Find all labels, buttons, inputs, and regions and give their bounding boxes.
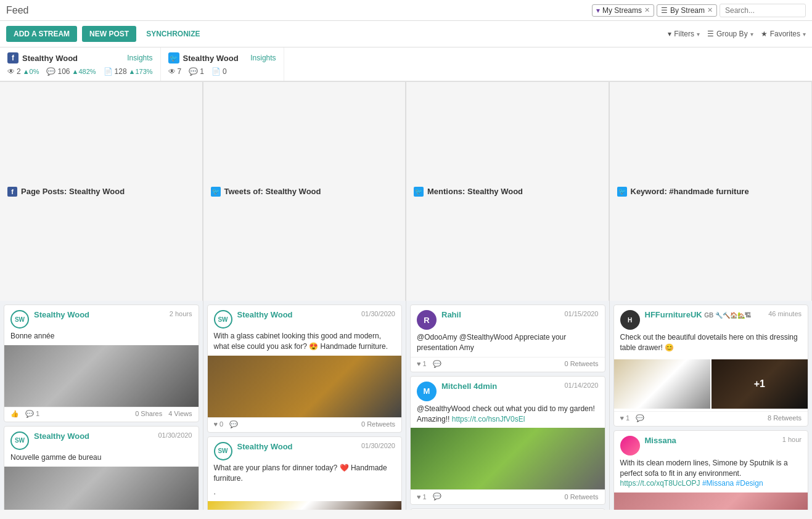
stats-fb-metrics: 👁 2 ▲0% 💬 106 ▲482% 📄 128 ▲173%: [7, 67, 153, 76]
post-body: Bonne année: [4, 331, 199, 345]
post-date: 1 hour: [782, 436, 802, 445]
stats-card-header-fb: f Stealthy Wood Insights: [7, 52, 153, 63]
tw-comment-icon: 💬: [189, 67, 198, 76]
post-info: Missana 1 hour: [645, 436, 802, 445]
share-count: 0 Shares: [135, 410, 162, 417]
tw-eye-icon: 👁: [168, 67, 176, 76]
new-post-button[interactable]: NEW POST: [82, 26, 136, 42]
feed-col-tw-tweets[interactable]: SW Stealthy Wood 01/30/2020 With a glass…: [203, 301, 406, 510]
post-body: With its clean modern lines, Simone by S…: [614, 458, 808, 492]
like-button[interactable]: ♥ 1: [417, 493, 427, 501]
post-footer: ♥ 1 💬 8 Retweets: [614, 411, 808, 426]
post-card: SW Stealthy Wood 01/30/2020 With a glass…: [207, 304, 403, 433]
post-link[interactable]: https://t.co/xqT8UcLOPJ: [620, 479, 700, 488]
filter-icon: ▾: [596, 6, 600, 15]
post-author[interactable]: Stealthy Wood: [237, 310, 293, 319]
post-body: Nouvelle gamme de bureau: [4, 452, 199, 467]
group-by-arrow-icon: ▾: [750, 31, 753, 38]
post-author[interactable]: Mitchell 4dmin: [441, 382, 497, 391]
avatar: SW: [10, 310, 29, 329]
feed-col-tw-mentions[interactable]: R Rahil 01/15/2020 @OdooAmy @StealthyWoo…: [406, 301, 609, 510]
by-stream-chip[interactable]: ☰ By Stream ✕: [657, 4, 717, 17]
view-count: 4 Views: [168, 410, 192, 417]
action-bar: ADD A STREAM NEW POST SYNCHRONIZE ▾ Filt…: [0, 21, 812, 47]
group-icon: ☰: [707, 30, 714, 38]
my-streams-close-icon[interactable]: ✕: [644, 6, 650, 14]
feed-col-fb-posts[interactable]: SW Stealthy Wood 2 hours Bonne année 👍 💬…: [0, 301, 203, 510]
insights-link-tw[interactable]: Insights: [250, 54, 276, 62]
tw-doc-icon: 📄: [211, 67, 221, 76]
top-bar: Feed ▾ My Streams ✕ ☰ By Stream ✕: [0, 0, 812, 21]
post-header: SW Stealthy Wood 01/30/2020: [208, 437, 402, 463]
post-stats: 8 Retweets: [768, 414, 802, 422]
my-streams-chip[interactable]: ▾ My Streams ✕: [592, 4, 654, 17]
post-author[interactable]: Missana: [645, 436, 676, 445]
like-button[interactable]: 👍: [10, 410, 19, 418]
like-button[interactable]: ♥ 1: [417, 360, 427, 367]
group-by-button[interactable]: ☰ Group By ▾: [707, 30, 753, 38]
top-bar-right: ▾ My Streams ✕ ☰ By Stream ✕: [592, 4, 806, 17]
by-stream-close-icon[interactable]: ✕: [707, 6, 713, 14]
post-header: SW Stealthy Wood 2 hours: [4, 305, 199, 331]
filters-button[interactable]: ▾ Filters ▾: [668, 30, 700, 38]
post-header: M Mitchell 4dmin 01/14/2020: [411, 377, 605, 404]
post-card: Missana 1 hour With its clean modern lin…: [613, 430, 809, 510]
feed-col-tw-keyword[interactable]: H HFFurnitureUK GB 🔧🔨🏠🏡🏗 46 minutes Chec…: [610, 301, 813, 510]
search-input[interactable]: [720, 4, 806, 17]
add-stream-button[interactable]: ADD A STREAM: [6, 26, 77, 42]
menu-icon: ☰: [661, 6, 668, 15]
tw-metric-posts: 📄 0: [211, 67, 227, 76]
post-image: [411, 428, 605, 489]
post-author[interactable]: Stealthy Wood: [34, 431, 89, 441]
col-header-fb-posts: f Page Posts: Stealthy Wood: [0, 82, 203, 301]
post-author[interactable]: Stealthy Wood: [34, 310, 89, 319]
stats-row: f Stealthy Wood Insights 👁 2 ▲0% 💬 106 ▲…: [0, 47, 812, 82]
like-button[interactable]: ♥ 1: [620, 414, 630, 422]
post-card: M Mitchell 4dmin 01/14/2020 @StealthyWoo…: [410, 376, 605, 505]
fb-metric-comments: 💬 106 ▲482%: [46, 67, 96, 76]
post-stats: 0 Shares 4 Views: [135, 410, 192, 417]
filter-funnel-icon: ▾: [668, 30, 671, 38]
post-header: R Rahil 01/15/2020: [411, 305, 605, 332]
favorites-arrow-icon: ▾: [803, 31, 806, 38]
comment-button[interactable]: 💬: [433, 360, 441, 368]
post-card: SW Stealthy Wood 01/30/2020 Nouvelle gam…: [4, 426, 199, 510]
grid-image-2: +1: [712, 359, 808, 409]
post-date: 2 hours: [170, 310, 192, 319]
post-card: SW Stealthy Wood 2 hours Bonne année 👍 💬…: [4, 304, 199, 422]
post-header: H HFFurnitureUK GB 🔧🔨🏠🏡🏗 46 minutes: [614, 305, 808, 332]
avatar: M: [417, 382, 437, 401]
retweet-count: 0 Retweets: [361, 420, 395, 428]
post-info: Mitchell 4dmin 01/14/2020: [441, 382, 599, 391]
comment-button[interactable]: 💬: [636, 414, 644, 422]
comment-button[interactable]: 💬 1: [25, 410, 39, 418]
tw-metric-views: 👁 7: [168, 67, 182, 76]
avatar: SW: [10, 431, 29, 450]
post-author[interactable]: Stealthy Wood: [237, 442, 293, 451]
post-author[interactable]: Rahil: [441, 310, 461, 319]
col-title-fb-posts: Page Posts: Stealthy Wood: [21, 187, 125, 196]
grid-image-1: [614, 359, 710, 409]
stats-fb-name: Stealthy Wood: [22, 54, 78, 63]
stats-card-twitter: 🐦 Stealthy Wood Insights 👁 7 💬 1 📄 0: [161, 47, 284, 81]
comment-button[interactable]: 💬: [229, 420, 238, 428]
tw-metric-comments: 💬 1: [189, 67, 204, 76]
post-footer: ♥ 1 💬 0 Retweets: [411, 357, 605, 372]
post-footer: ♥ 0 💬 0 Retweets: [208, 417, 402, 432]
comment-button[interactable]: 💬: [433, 492, 441, 501]
post-footer: ♥ 1 💬 0 Retweets: [411, 489, 605, 504]
avatar: H: [620, 310, 640, 330]
favorites-button[interactable]: ★ Favorites ▾: [761, 30, 806, 38]
tw-icon-small-mentions: 🐦: [414, 187, 424, 197]
synchronize-button[interactable]: SYNCHRONIZE: [141, 26, 205, 42]
retweet-count: 0 Retweets: [564, 493, 598, 501]
post-author[interactable]: HFFurnitureUK GB 🔧🔨🏠🏡🏗: [645, 310, 752, 319]
filters-arrow-icon: ▾: [697, 31, 700, 38]
post-card: R Rahil 01/15/2020 @OdooAmy @StealthyWoo…: [410, 304, 605, 372]
post-date: 01/14/2020: [564, 382, 598, 391]
avatar: [620, 436, 640, 456]
insights-link-fb[interactable]: Insights: [127, 54, 152, 62]
like-button[interactable]: ♥ 0: [214, 420, 224, 428]
col-title-tw-tweets: Tweets of: Stealthy Wood: [224, 187, 321, 196]
post-link[interactable]: https://t.co/hsnJfV0sEl: [452, 415, 525, 423]
